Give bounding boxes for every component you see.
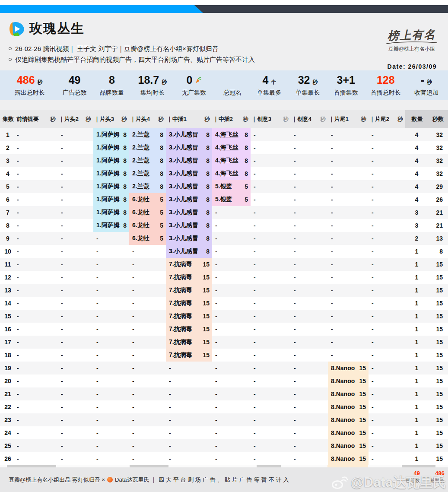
episode-row: 26--------8.Nanoo15-115 xyxy=(0,452,448,465)
episode-row: 5--1.阿萨姆82.兰蔻83.小儿感冒85.银鹭5----429 xyxy=(0,180,448,193)
stats-bar: 486秒露出总时长49广告总数8品牌数量18.7秒集均时长0无广集数总冠名4个单… xyxy=(0,70,448,100)
episode-number: 17 xyxy=(0,336,16,349)
stat-value: 4个 xyxy=(262,74,276,86)
brand-cell: 7.抗病毒15 xyxy=(166,349,212,362)
empty-slot-cell: - xyxy=(16,375,58,387)
stat-value: 3+1 xyxy=(337,74,355,86)
empty-slot-cell: - xyxy=(129,258,166,271)
empty-slot-cell: - xyxy=(369,323,405,336)
empty-slot-cell: - xyxy=(93,400,129,413)
brand-cell: 3.小儿感冒8 xyxy=(166,180,212,193)
ad-count-cell: 4 xyxy=(405,128,428,141)
empty-slot-cell: - xyxy=(93,362,129,375)
carrot-icon xyxy=(195,77,201,84)
empty-slot-cell: - xyxy=(369,219,405,232)
table-header-row: 集数前情提要秒｜片头2秒｜片头3秒｜片头4秒｜中插1秒｜中插2秒｜创意3秒｜创意… xyxy=(0,110,448,128)
ad-count-cell: 1 xyxy=(405,349,428,362)
episode-row: 1--1.阿萨姆82.兰蔻83.小儿感冒84.海飞丝8----432 xyxy=(0,128,448,141)
column-header: 秒数 xyxy=(428,110,448,128)
empty-slot-cell: - xyxy=(369,128,405,141)
empty-slot-cell: - xyxy=(291,297,328,310)
empty-slot-cell: - xyxy=(129,413,166,426)
empty-slot-cell: - xyxy=(328,258,369,271)
brand-cell: 4.海飞丝8 xyxy=(212,167,251,180)
episode-number: 23 xyxy=(0,413,16,426)
empty-slot-cell: - xyxy=(291,154,328,167)
stat-value: 0 xyxy=(186,74,201,86)
empty-slot-cell: - xyxy=(93,284,129,297)
empty-slot-cell: - xyxy=(212,310,251,323)
ad-count-cell: 4 xyxy=(405,154,428,167)
empty-slot-cell: - xyxy=(166,452,212,465)
brand-cell: 8.Nanoo15 xyxy=(328,452,369,465)
empty-slot-cell: - xyxy=(291,284,328,297)
stat-item: 486秒露出总时长 xyxy=(3,74,57,97)
episode-row: 7--1.阿萨姆86.龙牡53.小儿感冒8-----321 xyxy=(0,206,448,219)
ad-seconds-cell: 15 xyxy=(428,375,448,387)
empty-slot-cell: - xyxy=(291,245,328,258)
episode-number: 16 xyxy=(0,323,16,336)
empty-slot-cell: - xyxy=(16,232,58,245)
empty-slot-cell: - xyxy=(251,206,291,219)
brand-cell: 3.小儿感冒8 xyxy=(166,193,212,206)
ad-count-cell: 3 xyxy=(405,206,428,219)
empty-slot-cell: - xyxy=(369,271,405,284)
empty-slot-cell: - xyxy=(369,206,405,219)
empty-slot-cell: - xyxy=(129,439,166,452)
episode-row: 6--1.阿萨姆86.龙牡53.小儿感冒85.银鹭5----426 xyxy=(0,193,448,206)
brand-cell: 3.小儿感冒8 xyxy=(166,128,212,141)
empty-slot-cell: - xyxy=(93,413,129,426)
empty-slot-cell: - xyxy=(291,271,328,284)
brand-cell: 3.小儿感冒8 xyxy=(166,154,212,167)
episode-row: 2--1.阿萨姆82.兰蔻83.小儿感冒84.海飞丝8----432 xyxy=(0,141,448,154)
ad-seconds-cell: 13 xyxy=(428,232,448,245)
empty-slot-cell: - xyxy=(291,310,328,323)
empty-slot-cell: - xyxy=(369,387,405,400)
bullet-icon xyxy=(9,58,12,61)
empty-slot-cell: - xyxy=(251,362,291,375)
empty-slot-cell: - xyxy=(251,400,291,413)
empty-slot-cell: - xyxy=(328,141,369,154)
empty-slot-cell: - xyxy=(251,258,291,271)
empty-slot-cell: - xyxy=(251,310,291,323)
stat-label: 广告总数 xyxy=(63,89,87,97)
brand-cell: 6.龙牡5 xyxy=(129,232,166,245)
ad-seconds-cell: 15 xyxy=(428,271,448,284)
stat-item: 49广告总数 xyxy=(57,74,92,97)
stat-label: 单集最多 xyxy=(257,89,281,97)
empty-slot-cell: - xyxy=(291,206,328,219)
stat-item: 8品牌数量 xyxy=(92,74,131,97)
ad-count-cell: 1 xyxy=(405,375,428,387)
empty-slot-cell: - xyxy=(212,323,251,336)
episode-number: 3 xyxy=(0,154,16,167)
empty-slot-cell: - xyxy=(16,387,58,400)
empty-slot-cell: - xyxy=(328,323,369,336)
column-header: 数量 xyxy=(405,110,428,128)
brand-cell: 7.抗病毒15 xyxy=(166,271,212,284)
episode-row: 15----7.抗病毒15-----115 xyxy=(0,310,448,323)
tencent-video-play-icon xyxy=(9,22,25,36)
empty-slot-cell: - xyxy=(129,400,166,413)
episode-row: 20--------8.Nanoo15-115 xyxy=(0,375,448,387)
stat-value: 128 xyxy=(377,74,395,86)
empty-slot-cell: - xyxy=(212,426,251,439)
empty-slot-cell: - xyxy=(251,439,291,452)
empty-slot-cell: - xyxy=(58,413,93,426)
ad-count-cell: 4 xyxy=(405,193,428,206)
episode-row: 18----7.抗病毒15-----115 xyxy=(0,349,448,362)
empty-slot-cell: - xyxy=(58,154,93,167)
ad-count-cell: 1 xyxy=(405,387,428,400)
empty-slot-cell: - xyxy=(291,219,328,232)
empty-slot-cell: - xyxy=(251,245,291,258)
ad-count-cell: 3 xyxy=(405,219,428,232)
empty-slot-cell: - xyxy=(212,232,251,245)
weibo-watermark: @Data达瓦里氏 xyxy=(331,473,446,492)
footer-credit: 豆瓣@榜上有名小组出品 雾灯似归音 × Data达瓦里氏 ｜ 四大平台剧场广告、… xyxy=(9,476,291,484)
ad-count-cell: 4 xyxy=(405,180,428,193)
brand-cell: 8.Nanoo15 xyxy=(328,426,369,439)
empty-slot-cell: - xyxy=(58,219,93,232)
empty-slot-cell: - xyxy=(58,193,93,206)
empty-slot-cell: - xyxy=(369,232,405,245)
episode-number: 12 xyxy=(0,271,16,284)
brand-cell: 8.Nanoo15 xyxy=(328,439,369,452)
